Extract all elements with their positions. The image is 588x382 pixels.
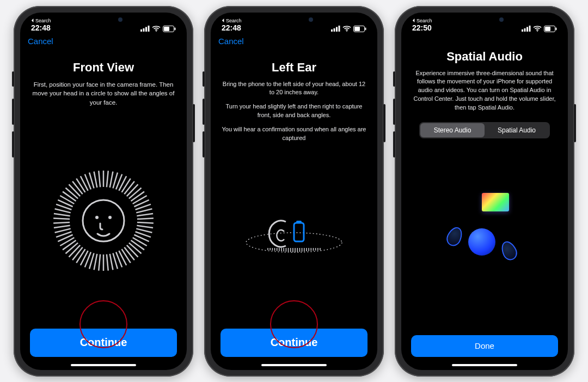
svg-line-64 — [63, 191, 76, 201]
done-button[interactable]: Done — [411, 335, 558, 357]
svg-line-55 — [55, 228, 71, 232]
svg-line-39 — [110, 253, 113, 269]
svg-line-60 — [55, 209, 71, 213]
svg-point-116 — [537, 31, 538, 32]
audio-mode-segmented[interactable]: Stereo Audio Spatial Audio — [419, 122, 550, 138]
svg-line-15 — [124, 181, 134, 194]
svg-rect-112 — [522, 29, 523, 32]
svg-line-17 — [129, 187, 142, 198]
svg-line-32 — [129, 242, 142, 253]
svg-point-81 — [346, 31, 347, 32]
svg-line-50 — [65, 242, 78, 253]
svg-rect-0 — [140, 29, 142, 32]
svg-line-68 — [76, 178, 85, 192]
page-description-3: You will hear a confirmation sound when … — [222, 125, 366, 143]
svg-line-10 — [110, 171, 113, 187]
breadcrumb-back[interactable]: Search — [412, 18, 432, 23]
cellular-icon — [140, 26, 150, 32]
svg-rect-118 — [545, 27, 550, 31]
svg-line-66 — [69, 184, 81, 196]
svg-line-67 — [72, 181, 83, 194]
svg-line-51 — [63, 240, 76, 249]
svg-rect-84 — [365, 27, 366, 30]
page-description-1: Bring the phone to the left side of your… — [222, 80, 366, 98]
page-description-2: Turn your head slightly left and then ri… — [222, 102, 366, 120]
svg-line-48 — [72, 247, 83, 260]
notch — [259, 13, 329, 28]
home-indicator[interactable] — [71, 364, 136, 366]
svg-line-27 — [136, 228, 152, 232]
svg-rect-79 — [336, 27, 338, 32]
svg-rect-80 — [339, 26, 340, 32]
clock: 22:50 — [412, 23, 432, 32]
svg-rect-114 — [526, 27, 528, 32]
cancel-button[interactable]: Cancel — [218, 37, 244, 46]
segment-spatial[interactable]: Spatial Audio — [485, 123, 549, 137]
svg-line-49 — [69, 245, 81, 257]
svg-point-75 — [95, 216, 99, 219]
page-title: Spatial Audio — [446, 50, 523, 64]
spatial-audio-graphic — [412, 138, 557, 335]
svg-point-4 — [156, 31, 157, 32]
svg-line-34 — [124, 247, 134, 260]
svg-line-31 — [131, 240, 144, 249]
clock: 22:48 — [31, 23, 51, 32]
svg-line-35 — [122, 249, 131, 263]
iphone-frame-3: Search 22:50 Spatial Audio Experience im… — [395, 6, 574, 377]
svg-point-76 — [108, 216, 112, 219]
svg-line-23 — [137, 213, 153, 215]
cellular-icon — [331, 26, 340, 32]
head-icon — [468, 228, 495, 256]
svg-rect-119 — [556, 27, 557, 30]
svg-line-43 — [94, 253, 97, 269]
svg-line-58 — [53, 218, 70, 219]
svg-rect-77 — [331, 29, 333, 32]
svg-line-33 — [127, 245, 138, 257]
home-indicator[interactable] — [452, 364, 517, 366]
svg-line-47 — [76, 249, 85, 263]
battery-icon — [544, 26, 557, 32]
svg-rect-78 — [334, 28, 335, 32]
svg-rect-110 — [294, 223, 304, 241]
page-title: Left Ear — [272, 60, 316, 75]
svg-rect-6 — [164, 27, 169, 31]
svg-rect-2 — [145, 27, 147, 32]
ear-scan-graphic — [222, 148, 366, 328]
svg-rect-3 — [148, 26, 150, 32]
battery-icon — [163, 26, 176, 32]
notch — [449, 13, 520, 28]
iphone-frame-1: Search 22:48 Cancel Front View First, po… — [14, 6, 193, 377]
segment-stereo[interactable]: Stereo Audio — [420, 123, 485, 137]
wifi-icon — [533, 26, 542, 32]
breadcrumb-back[interactable]: Search — [31, 18, 51, 23]
page-title: Front View — [73, 60, 134, 75]
svg-rect-7 — [175, 27, 176, 30]
svg-line-65 — [65, 187, 78, 198]
home-indicator[interactable] — [261, 364, 327, 366]
svg-line-56 — [54, 225, 70, 227]
airpod-left-icon — [444, 225, 465, 249]
wifi-icon — [342, 26, 351, 32]
continue-button[interactable]: Continue — [30, 329, 177, 357]
svg-line-16 — [127, 184, 138, 196]
cancel-button[interactable]: Cancel — [28, 37, 53, 46]
svg-rect-113 — [524, 28, 526, 32]
svg-line-18 — [131, 191, 144, 201]
svg-line-57 — [53, 222, 70, 222]
continue-button[interactable]: Continue — [220, 329, 367, 357]
svg-line-25 — [137, 222, 154, 222]
svg-line-24 — [137, 218, 154, 219]
svg-line-72 — [94, 171, 97, 187]
page-description: Experience immersive three-dimensional s… — [412, 69, 557, 113]
screen-icon — [482, 193, 509, 211]
svg-line-73 — [99, 171, 100, 187]
svg-line-59 — [54, 213, 70, 215]
clock: 22:48 — [222, 23, 241, 32]
cellular-icon — [522, 26, 531, 32]
svg-line-9 — [107, 171, 108, 187]
iphone-frame-2: Search 22:48 Cancel Left Ear Bring the p… — [204, 6, 384, 377]
svg-rect-111 — [296, 221, 302, 223]
breadcrumb-back[interactable]: Search — [222, 18, 242, 23]
svg-line-26 — [137, 225, 153, 227]
airpod-right-icon — [499, 239, 520, 263]
